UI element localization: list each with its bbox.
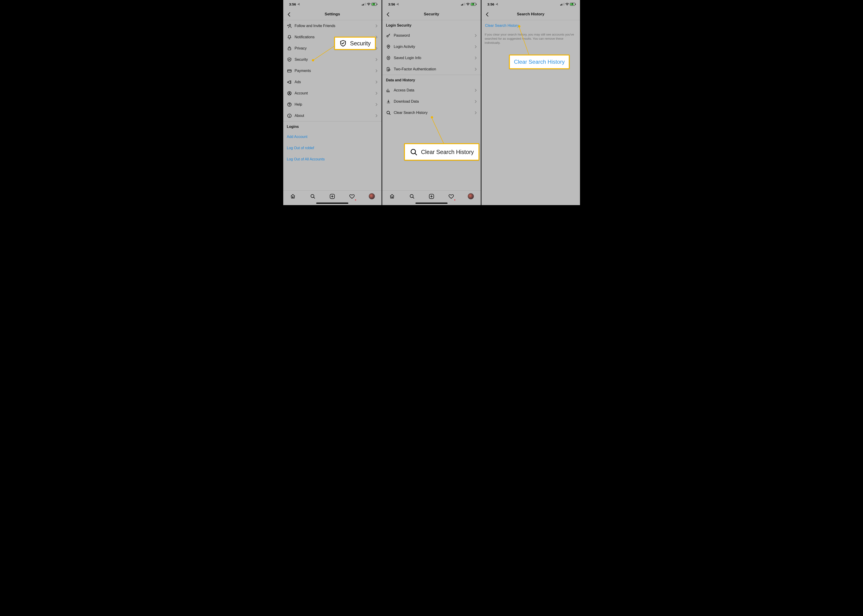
key-icon [386, 33, 394, 38]
page-title: Settings [325, 12, 340, 17]
annotation-line [430, 117, 449, 147]
bell-icon [287, 35, 295, 40]
status-time: 3:56 [289, 2, 296, 6]
back-button[interactable] [385, 11, 391, 17]
svg-rect-34 [561, 4, 562, 5]
battery-icon [570, 3, 576, 6]
status-icons [560, 3, 576, 6]
tab-search[interactable] [309, 193, 316, 200]
row-ads[interactable]: Ads [283, 76, 382, 88]
wifi-icon [367, 3, 371, 5]
callout-security: Security [334, 37, 376, 50]
home-indicator [415, 203, 448, 204]
row-payments[interactable]: Payments [283, 65, 382, 76]
svg-rect-31 [476, 4, 476, 5]
avatar-icon [468, 193, 474, 200]
section-data-history: Data and History [382, 75, 481, 85]
callout-clear-search: Clear Search History [404, 143, 479, 161]
shield-icon [339, 39, 347, 47]
settings-list: Follow and Invite Friends Notifications … [283, 20, 382, 121]
row-saved-login[interactable]: Saved Login Info [382, 52, 481, 63]
svg-rect-18 [365, 3, 366, 5]
svg-point-19 [368, 5, 369, 5]
back-button[interactable] [484, 11, 490, 17]
avatar-icon [369, 193, 375, 200]
row-security[interactable]: Security [283, 54, 382, 65]
svg-rect-15 [362, 5, 363, 5]
wifi-icon [466, 3, 470, 5]
help-icon [287, 102, 295, 107]
svg-rect-17 [364, 3, 365, 5]
location-icon [496, 3, 498, 5]
tab-profile[interactable] [467, 193, 474, 200]
location-icon [297, 3, 300, 5]
row-download-data[interactable]: Download Data [382, 96, 481, 107]
page-title: Security [424, 12, 439, 17]
status-time: 3:56 [388, 2, 395, 6]
keyhole-icon [386, 55, 394, 61]
header: Search History [481, 8, 580, 20]
page-title: Search History [517, 12, 544, 17]
bars-icon [386, 88, 394, 93]
pin-icon [386, 44, 394, 49]
tab-search[interactable] [408, 193, 415, 200]
row-about[interactable]: About [283, 110, 382, 121]
account-icon [287, 91, 295, 96]
svg-rect-22 [377, 4, 377, 5]
search-icon [386, 110, 394, 115]
clear-search-history-link[interactable]: Clear Search History [481, 20, 580, 30]
tab-add[interactable] [428, 193, 435, 200]
battery-icon [371, 3, 377, 6]
log-out-all-link[interactable]: Log Out of All Accounts [283, 154, 382, 165]
svg-rect-27 [464, 3, 465, 5]
logins-header: Logins [283, 121, 382, 131]
info-icon [287, 113, 295, 118]
svg-rect-40 [575, 4, 575, 5]
row-help[interactable]: Help [283, 99, 382, 110]
megaphone-icon [287, 80, 295, 85]
svg-rect-36 [564, 3, 564, 5]
tab-profile[interactable] [368, 193, 375, 200]
tab-bar [283, 190, 382, 205]
section-login-security: Login Security [382, 20, 481, 30]
row-password[interactable]: Password [382, 30, 481, 41]
back-button[interactable] [286, 11, 292, 17]
row-login-activity[interactable]: Login Activity [382, 41, 481, 52]
svg-line-32 [432, 117, 444, 145]
header: Security [382, 8, 481, 20]
tab-activity[interactable] [349, 193, 355, 200]
wifi-icon [565, 3, 569, 5]
svg-rect-16 [363, 4, 364, 5]
add-account-link[interactable]: Add Account [283, 131, 382, 142]
home-indicator [316, 203, 348, 204]
battery-icon [471, 3, 477, 6]
callout-clear-search-history: Clear Search History [509, 55, 570, 69]
row-account[interactable]: Account [283, 88, 382, 99]
tab-bar [382, 190, 481, 205]
lock-icon [287, 46, 295, 51]
svg-point-37 [567, 5, 567, 5]
row-access-data[interactable]: Access Data [382, 85, 481, 96]
tab-add[interactable] [329, 193, 336, 200]
shield-icon [287, 57, 295, 62]
svg-rect-24 [461, 5, 462, 5]
row-two-factor[interactable]: Two-Factor Authentication [382, 63, 481, 75]
tab-home[interactable] [389, 193, 396, 200]
annotation-marker [518, 25, 520, 27]
card-icon [287, 68, 295, 73]
svg-rect-33 [560, 5, 561, 5]
log-out-user-link[interactable]: Log Out of roblef [283, 142, 382, 154]
clear-search-desc: If you clear your search history, you ma… [481, 30, 580, 47]
svg-rect-25 [462, 4, 463, 5]
screen-security: 3:56 Security Login Security Password Lo… [382, 0, 481, 205]
svg-point-28 [468, 5, 468, 5]
status-icons [362, 3, 377, 6]
row-follow-invite[interactable]: Follow and Invite Friends [283, 20, 382, 31]
status-time: 3:56 [487, 2, 494, 6]
status-bar: 3:56 [481, 0, 580, 8]
tab-activity[interactable] [448, 193, 455, 200]
annotation-marker [312, 59, 314, 61]
tab-home[interactable] [289, 193, 296, 200]
location-icon [396, 3, 399, 5]
phone-shield-icon [386, 67, 394, 72]
